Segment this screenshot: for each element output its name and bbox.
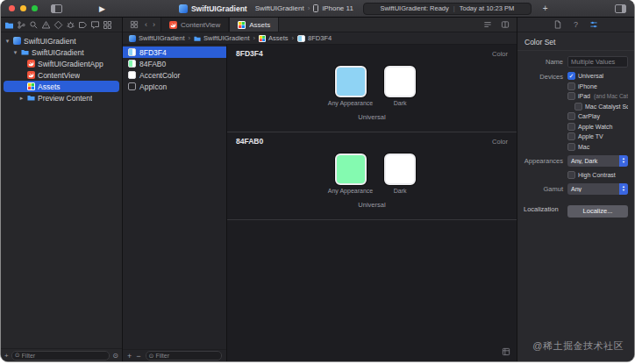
toggle-inspector-icon[interactable] bbox=[615, 4, 626, 13]
asset-item-84FAB0[interactable]: 84FAB0 bbox=[123, 58, 226, 69]
breadcrumb-group[interactable]: SwiftUIGradient bbox=[194, 34, 250, 42]
color-set-section-2: 84FAB0 Color Any Appearance bbox=[227, 132, 517, 220]
forward-button[interactable]: › bbox=[153, 21, 155, 29]
disclosure-open-icon[interactable]: ▾ bbox=[12, 49, 18, 56]
sidebar-item-group[interactable]: ▾ SwiftUIGradient bbox=[1, 46, 122, 58]
asset-filter-input[interactable] bbox=[155, 353, 218, 359]
status-time: Today at 10:23 PM bbox=[460, 4, 515, 12]
color-well-dark[interactable]: Dark bbox=[384, 153, 416, 194]
run-button[interactable]: ▶ bbox=[99, 4, 105, 13]
debug-navigator-icon[interactable] bbox=[65, 19, 76, 31]
project-navigator-icon[interactable] bbox=[4, 19, 15, 31]
device-checkbox-carplay[interactable]: CarPlay bbox=[567, 112, 628, 120]
device-checkbox-ipad[interactable]: iPad (and Mac Catalyst) bbox=[567, 92, 628, 100]
test-navigator-icon[interactable] bbox=[53, 19, 64, 31]
source-control-icon[interactable] bbox=[16, 19, 27, 31]
name-field[interactable] bbox=[567, 56, 628, 68]
file-inspector-icon[interactable] bbox=[553, 19, 564, 31]
related-items-icon[interactable] bbox=[128, 19, 139, 31]
sidebar-item-assets[interactable]: Assets bbox=[4, 81, 119, 92]
gamut-popup[interactable]: Any ▴▾ bbox=[567, 183, 628, 195]
breakpoint-navigator-icon[interactable] bbox=[77, 19, 89, 31]
device-checkbox-mac-catalyst-scaled[interactable]: Mac Catalyst Scaled ⓘ bbox=[574, 103, 628, 111]
checkbox-icon bbox=[567, 82, 575, 90]
device-checkbox-mac[interactable]: Mac bbox=[567, 143, 628, 151]
breadcrumb-project[interactable]: SwiftUIGradient bbox=[129, 34, 185, 42]
sidebar-item-project-root[interactable]: ▾ SwiftUIGradient bbox=[1, 35, 122, 46]
show-slicing-icon[interactable] bbox=[500, 346, 511, 357]
tab-nav-controls: ‹ › bbox=[123, 18, 161, 32]
checkbox-icon bbox=[574, 103, 582, 111]
recent-files-filter-icon[interactable]: ⊙ bbox=[112, 352, 118, 360]
sidebar-item-preview-content[interactable]: ▸ Preview Content bbox=[1, 92, 122, 103]
minimize-window-button[interactable] bbox=[20, 5, 26, 11]
folder-icon bbox=[194, 35, 201, 42]
appearances-popup[interactable]: Any, Dark ▴▾ bbox=[567, 155, 628, 167]
asset-item-accentcolor[interactable]: AccentColor bbox=[123, 69, 226, 81]
editor-body: 8FD3F4 84FAB0 AccentColor AppIcon bbox=[123, 45, 517, 361]
navigator-panel: ▾ SwiftUIGradient ▾ SwiftUIGradient Swif… bbox=[1, 18, 123, 361]
color-swatch-icon bbox=[128, 60, 136, 68]
color-well-any-appearance[interactable]: Any Appearance bbox=[328, 66, 373, 106]
localization-label: Localization bbox=[524, 203, 567, 218]
device-checkbox-apple-tv[interactable]: Apple TV bbox=[567, 132, 628, 140]
color-set-kind: Color bbox=[492, 138, 508, 146]
disclosure-open-icon[interactable]: ▾ bbox=[4, 38, 11, 45]
color-well-dark[interactable]: Dark bbox=[384, 66, 416, 106]
project-icon bbox=[13, 37, 21, 45]
localize-button[interactable]: Localize... bbox=[567, 205, 628, 218]
sidebar-item-app-file[interactable]: SwiftUIGradientApp bbox=[1, 58, 122, 69]
breadcrumb-colorset[interactable]: 8FD3F4 bbox=[297, 34, 332, 42]
quick-help-inspector-icon[interactable]: ? bbox=[574, 20, 578, 29]
asset-list-toolbar: + − ⊙ bbox=[123, 349, 226, 361]
navigator-filter-input[interactable] bbox=[22, 353, 107, 359]
inspector-panel: ? Color Set Name Devices bbox=[517, 18, 634, 361]
color-swatch-icon bbox=[128, 71, 136, 79]
attributes-inspector-icon[interactable] bbox=[588, 19, 599, 31]
scheme-selector[interactable]: SwiftUIGradient › iPhone 11 bbox=[255, 4, 353, 12]
split-editor-icon[interactable] bbox=[499, 19, 510, 31]
add-file-button[interactable]: + bbox=[4, 352, 9, 360]
color-swatch[interactable] bbox=[335, 66, 367, 97]
zoom-window-button[interactable] bbox=[32, 5, 38, 11]
color-well-any-appearance[interactable]: Any Appearance bbox=[328, 153, 373, 194]
swift-file-icon bbox=[27, 60, 35, 68]
library-button[interactable]: + bbox=[543, 4, 548, 13]
navigator-filter-field[interactable]: ⊙ bbox=[11, 351, 111, 360]
close-window-button[interactable] bbox=[9, 5, 15, 11]
find-navigator-icon[interactable] bbox=[28, 19, 39, 31]
swift-file-icon bbox=[169, 21, 177, 29]
high-contrast-checkbox[interactable]: High Contrast bbox=[567, 171, 628, 179]
disclosure-closed-icon[interactable]: ▸ bbox=[18, 95, 25, 102]
color-set-kind: Color bbox=[492, 50, 508, 58]
device-checkbox-universal[interactable]: ✓ Universal bbox=[567, 72, 628, 80]
breadcrumb-assets[interactable]: Assets bbox=[259, 34, 289, 42]
toggle-navigator-icon[interactable] bbox=[51, 4, 62, 13]
folder-icon bbox=[27, 94, 35, 102]
asset-item-appicon[interactable]: AppIcon bbox=[123, 81, 226, 92]
folder-icon bbox=[21, 48, 29, 56]
chevron-separator: › bbox=[308, 4, 310, 12]
color-swatch[interactable] bbox=[335, 153, 367, 185]
asset-filter-field[interactable]: ⊙ bbox=[146, 351, 222, 360]
editor-options-icon[interactable] bbox=[482, 19, 493, 31]
scheme-project[interactable]: SwiftUIGradient bbox=[179, 4, 247, 13]
device-checkbox-apple-watch[interactable]: Apple Watch bbox=[567, 123, 628, 131]
issue-navigator-icon[interactable] bbox=[40, 19, 52, 31]
color-swatch[interactable] bbox=[384, 66, 416, 97]
report-navigator-icon[interactable] bbox=[89, 19, 101, 31]
add-asset-button[interactable]: + bbox=[127, 352, 132, 360]
library-navigator-icon[interactable] bbox=[102, 19, 113, 31]
asset-item-8FD3F4[interactable]: 8FD3F4 bbox=[123, 46, 226, 58]
tab-contentview[interactable]: ContentView bbox=[161, 18, 229, 32]
tab-assets[interactable]: Assets bbox=[229, 18, 279, 32]
device-checkbox-iphone[interactable]: iPhone bbox=[567, 82, 628, 90]
sidebar-item-contentview[interactable]: ContentView bbox=[1, 69, 122, 81]
back-button[interactable]: ‹ bbox=[145, 21, 147, 29]
filter-icon: ⊙ bbox=[149, 353, 154, 360]
run-destination: iPhone 11 bbox=[322, 4, 353, 12]
color-swatch[interactable] bbox=[384, 153, 416, 185]
name-input[interactable] bbox=[571, 58, 624, 66]
remove-asset-button[interactable]: − bbox=[136, 352, 140, 360]
checkbox-icon bbox=[567, 132, 575, 140]
